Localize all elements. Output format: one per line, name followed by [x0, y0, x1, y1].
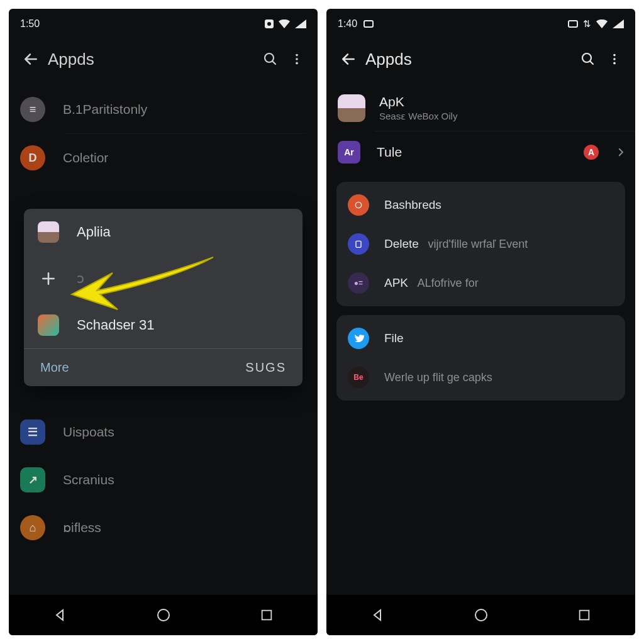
nav-back-icon[interactable]	[370, 608, 386, 623]
svg-point-12	[475, 609, 487, 621]
plus-icon	[38, 268, 59, 289]
menu-item-add[interactable]: ɔ	[24, 255, 303, 302]
content: ApK Seasɛ WeBox Oily Ar Tule A Bashbreds	[326, 79, 635, 595]
be-icon: Be	[348, 367, 369, 388]
file-card: File Be Werle up flit ge capks	[336, 315, 625, 401]
menu-label: ɔ	[77, 270, 84, 287]
file-item[interactable]: File	[336, 319, 625, 358]
menu-label: Apliia	[77, 224, 111, 240]
context-menu: Apliia ɔ Schadser 31 More SUGS	[24, 209, 303, 386]
status-bar: 1:40 ⇅	[326, 9, 635, 39]
back-button[interactable]	[335, 51, 362, 67]
app-label: B.1Paritistonly	[63, 102, 147, 117]
status-icons	[265, 19, 306, 28]
nav-home-icon[interactable]	[474, 608, 489, 623]
svg-point-10	[355, 202, 361, 208]
action-sublabel: vijrd'fille wrfaľ Event	[428, 238, 528, 250]
menu-item-apliia[interactable]: Apliia	[24, 209, 303, 255]
svg-point-2	[296, 58, 298, 60]
delete-icon	[348, 233, 369, 255]
item-label: Tule	[377, 145, 567, 160]
page-title: Appds	[44, 50, 257, 69]
menu-item-schadser[interactable]: Schadser 31	[24, 302, 303, 348]
circle-icon	[348, 194, 369, 216]
menu-actions: More SUGS	[24, 348, 303, 386]
list-item[interactable]: ≡ B.1Paritistonly	[9, 86, 318, 133]
app-icon: D	[20, 145, 45, 170]
twitter-icon	[348, 328, 369, 349]
svg-point-3	[296, 62, 298, 65]
android-navbar	[326, 595, 635, 635]
search-button[interactable]	[575, 52, 601, 67]
list-item[interactable]: ☰ Uispoats	[9, 408, 318, 456]
sugs-button[interactable]: SUGS	[245, 360, 286, 375]
search-button[interactable]	[257, 52, 284, 67]
left-screenshot: 1:50 Appds ≡ B.1Paritistonly D Coletior	[9, 9, 318, 635]
more-button[interactable]: More	[40, 360, 69, 375]
file-item-2[interactable]: Be Werle up flit ge capks	[336, 358, 625, 397]
action-apk[interactable]: ●= APK ALfofrive for	[336, 264, 625, 303]
screenshot-icon	[568, 20, 578, 28]
svg-rect-11	[356, 241, 361, 247]
app-icon	[338, 94, 365, 122]
action-label: Bashbreds	[384, 198, 441, 212]
wifi-icon	[279, 19, 290, 28]
android-navbar	[9, 595, 318, 635]
app-icon: Ar	[338, 141, 360, 164]
status-icons: ⇅	[568, 18, 624, 30]
svg-point-4	[158, 609, 169, 621]
apk-icon: ●=	[348, 272, 369, 294]
list-item[interactable]: D Coletior	[9, 134, 318, 182]
header-title: ApK	[379, 94, 457, 109]
file-label: Werle up flit ge capks	[384, 371, 492, 384]
overflow-menu[interactable]	[601, 52, 628, 66]
file-label: File	[384, 331, 404, 345]
app-icon: ☰	[20, 419, 45, 445]
app-icon: ⌂	[20, 515, 45, 540]
badge: A	[584, 145, 599, 160]
status-bar: 1:50	[9, 9, 318, 39]
back-button[interactable]	[18, 51, 44, 67]
page-title: Appds	[362, 50, 575, 69]
app-label: ɒifless	[63, 520, 101, 535]
signal-icon	[613, 19, 624, 28]
cast-icon	[265, 19, 274, 28]
app-header-item[interactable]: ApK Seasɛ WeBox Oily	[326, 86, 635, 131]
app-bar: Appds	[9, 39, 318, 79]
svg-point-9	[613, 62, 616, 65]
app-icon: ≡	[20, 97, 45, 122]
app-label: Scranius	[63, 472, 114, 487]
app-bar: Appds	[326, 39, 635, 79]
app-icon	[38, 221, 59, 243]
tule-item[interactable]: Ar Tule A	[326, 131, 635, 173]
action-delete[interactable]: Delete vijrd'fille wrfaľ Event	[336, 225, 625, 264]
svg-rect-13	[579, 611, 589, 620]
list-item[interactable]: ⌂ ɒifless	[9, 504, 318, 552]
action-bashbreds[interactable]: Bashbreds	[336, 186, 625, 225]
actions-card: Bashbreds Delete vijrd'fille wrfaľ Event…	[336, 182, 625, 306]
status-time: 1:40	[338, 18, 357, 30]
status-time: 1:50	[20, 18, 40, 30]
nav-back-icon[interactable]	[53, 608, 68, 623]
data-icon: ⇅	[583, 18, 591, 30]
overflow-menu[interactable]	[284, 52, 310, 66]
svg-point-7	[613, 54, 616, 57]
chevron-right-icon	[615, 147, 626, 158]
action-label: APK	[384, 276, 408, 289]
app-label: Uispoats	[63, 425, 114, 440]
app-icon	[38, 314, 59, 336]
svg-rect-5	[262, 611, 271, 620]
nav-home-icon[interactable]	[156, 608, 171, 623]
nav-recents-icon[interactable]	[260, 608, 274, 622]
svg-point-1	[296, 54, 298, 57]
nav-recents-icon[interactable]	[577, 608, 591, 622]
app-icon: ↗	[20, 467, 45, 492]
signal-icon	[295, 19, 306, 28]
app-label: Coletior	[63, 150, 108, 165]
wifi-icon	[596, 19, 608, 28]
svg-point-8	[613, 58, 616, 60]
menu-label: Schadser 31	[77, 317, 155, 333]
header-subtitle: Seasɛ WeBox Oily	[379, 111, 457, 122]
list-item[interactable]: ↗ Scranius	[9, 456, 318, 504]
action-label: Delete	[384, 237, 419, 250]
